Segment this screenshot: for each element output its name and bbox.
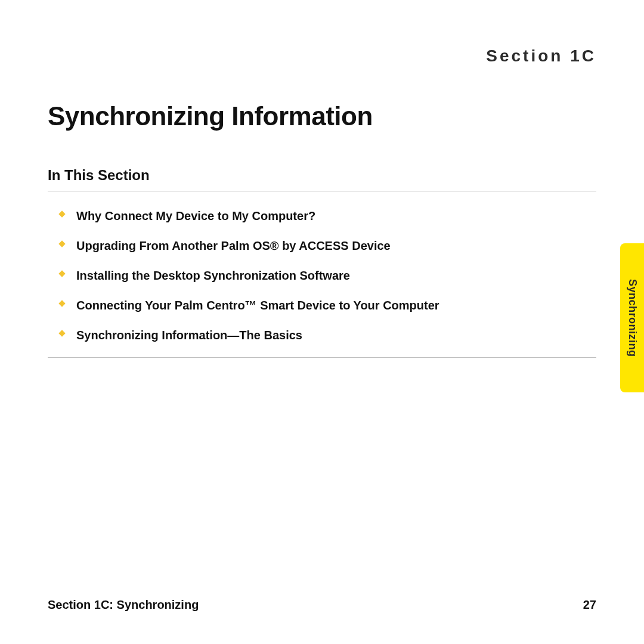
in-this-section-heading: In This Section (48, 167, 596, 184)
divider-bottom (48, 357, 596, 358)
divider-top (48, 191, 596, 191)
list-item: Installing the Desktop Synchronization S… (60, 268, 596, 283)
side-tab-synchronizing: Synchronizing (620, 243, 644, 392)
page-title: Synchronizing Information (48, 101, 596, 131)
list-item: Why Connect My Device to My Computer? (60, 208, 596, 224)
section-label: Section 1C (48, 47, 596, 66)
document-page: Section 1C Synchronizing Information In … (0, 0, 644, 644)
page-footer: Section 1C: Synchronizing 27 (48, 598, 596, 612)
list-item: Synchronizing Information—The Basics (60, 327, 596, 343)
side-tab-label: Synchronizing (626, 279, 639, 357)
list-item: Connecting Your Palm Centro™ Smart Devic… (60, 298, 596, 313)
list-item: Upgrading From Another Palm OS® by ACCES… (60, 238, 596, 253)
footer-page-number: 27 (583, 598, 596, 612)
section-contents-list: Why Connect My Device to My Computer? Up… (48, 208, 596, 343)
footer-section: Section 1C: Synchronizing (48, 598, 199, 612)
